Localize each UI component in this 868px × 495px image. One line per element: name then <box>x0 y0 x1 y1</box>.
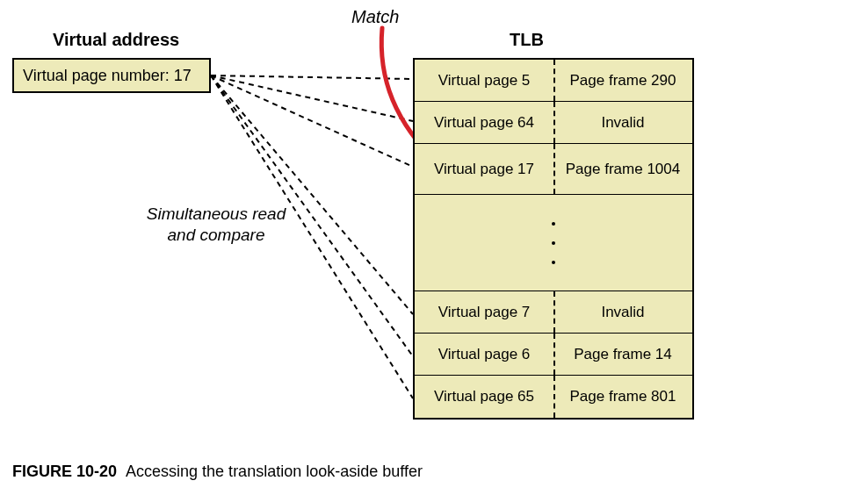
tlb-cell-vpage: Virtual page 7 <box>415 291 553 333</box>
tlb-cell-vpage: Virtual page 65 <box>415 376 553 418</box>
simultaneous-line1: Simultaneous read <box>147 204 286 223</box>
tlb-heading: TLB <box>510 30 544 50</box>
tlb-cell-vpage: Virtual page 6 <box>415 334 553 375</box>
simultaneous-line2: and compare <box>168 226 265 244</box>
diagram-canvas: Virtual address Virtual page number: 17 … <box>0 0 868 495</box>
virtual-address-box: Virtual page number: 17 <box>12 58 211 93</box>
tlb-cell-frame: Page frame 290 <box>553 60 692 101</box>
svg-line-2 <box>211 75 413 167</box>
ellipsis-dot <box>552 241 555 245</box>
tlb-cell-vpage: Virtual page 17 <box>415 144 553 194</box>
tlb-row: Virtual page 65 Page frame 801 <box>415 376 692 418</box>
ellipsis-dot <box>552 222 555 226</box>
tlb-row: Virtual page 64 Invalid <box>415 102 692 144</box>
figure-caption-text: Accessing the translation look-aside buf… <box>126 463 423 480</box>
virtual-address-heading: Virtual address <box>53 30 179 50</box>
tlb-row: Virtual page 7 Invalid <box>415 291 692 334</box>
tlb-cell-frame: Page frame 14 <box>553 334 692 375</box>
tlb-row: Virtual page 5 Page frame 290 <box>415 60 692 102</box>
svg-line-1 <box>211 75 413 121</box>
tlb-table: Virtual page 5 Page frame 290 Virtual pa… <box>413 58 694 420</box>
match-label: Match <box>351 7 399 27</box>
tlb-row-match: Virtual page 17 Page frame 1004 <box>415 144 692 195</box>
svg-line-3 <box>211 75 413 314</box>
tlb-cell-frame: Invalid <box>553 102 692 143</box>
simultaneous-label: Simultaneous read and compare <box>128 204 304 246</box>
tlb-cell-frame: Page frame 1004 <box>553 144 692 194</box>
ellipsis-dot <box>552 261 555 264</box>
tlb-cell-frame: Page frame 801 <box>553 376 692 418</box>
virtual-address-text: Virtual page number: 17 <box>23 67 192 85</box>
figure-caption: FIGURE 10-20 Accessing the translation l… <box>12 463 423 481</box>
tlb-ellipsis-row <box>415 195 692 291</box>
tlb-cell-vpage: Virtual page 64 <box>415 102 553 143</box>
svg-line-0 <box>211 75 413 79</box>
figure-number: FIGURE 10-20 <box>12 463 117 480</box>
tlb-cell-frame: Invalid <box>553 291 692 333</box>
tlb-row: Virtual page 6 Page frame 14 <box>415 334 692 376</box>
tlb-cell-vpage: Virtual page 5 <box>415 60 553 101</box>
